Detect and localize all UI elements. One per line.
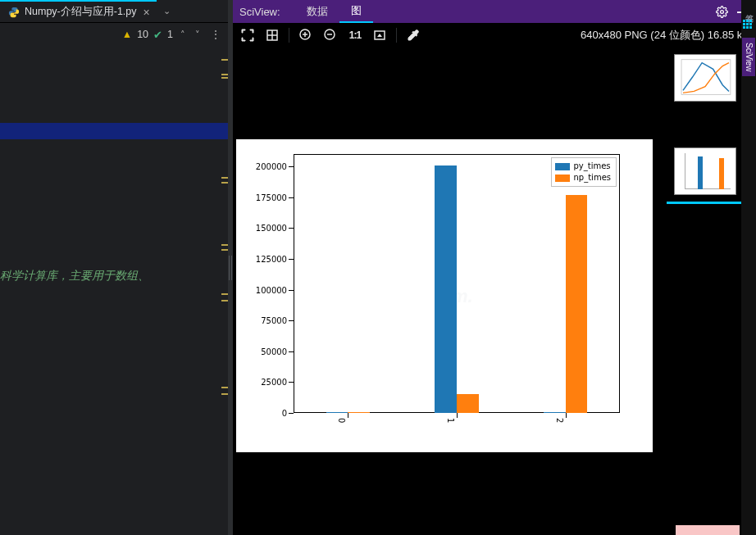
editor-inspection-bar: ▲ 10 ✔ 1 ˄ ˅ ⋮ xyxy=(0,23,228,46)
legend-label: py_times xyxy=(574,161,611,172)
legend-label: np_times xyxy=(574,172,612,184)
prev-problem-button[interactable]: ˄ xyxy=(178,29,188,40)
warning-icon: ▲ xyxy=(122,29,132,40)
y-tick xyxy=(289,166,294,167)
bar xyxy=(457,394,479,413)
y-tick-label: 150000 xyxy=(256,224,287,233)
y-tick xyxy=(289,197,294,198)
plot-thumbnail-row: × xyxy=(671,141,753,202)
sciview-title: SciView: xyxy=(239,6,280,18)
next-problem-button[interactable]: ˅ xyxy=(193,29,203,40)
x-tick-label: 2 xyxy=(555,418,564,423)
close-icon[interactable]: × xyxy=(143,7,150,18)
plot-legend: py_times np_times xyxy=(551,157,617,187)
y-tick xyxy=(289,290,294,291)
plot-thumbnail[interactable] xyxy=(674,147,736,195)
svg-point-0 xyxy=(720,10,723,13)
y-tick-label: 100000 xyxy=(256,285,287,294)
rail-sciview-button[interactable]: SciView xyxy=(742,38,755,76)
bar xyxy=(348,412,370,413)
x-tick-label: 0 xyxy=(337,418,346,423)
code-comment-text: 科学计算库，主要用于数组、 xyxy=(0,269,149,283)
color-picker-icon[interactable] xyxy=(403,25,423,45)
image-status-text: 640x480 PNG (24 位颜色) 16.85 kB xyxy=(581,28,749,43)
y-tick-label: 125000 xyxy=(256,254,287,263)
actual-size-button[interactable]: 1:1 xyxy=(345,25,365,45)
y-tick-label: 75000 xyxy=(261,316,287,325)
y-tick xyxy=(289,259,294,260)
tab-list-dropdown[interactable]: ⌄ xyxy=(157,6,177,16)
sciview-rail-icon[interactable] xyxy=(743,20,754,31)
bar xyxy=(435,165,457,413)
y-tick xyxy=(289,413,294,414)
editor-tab-bar: Numpy-介绍与应用-1.py × ⌄ xyxy=(0,0,228,23)
ok-count: 1 xyxy=(167,29,173,40)
y-tick-label: 175000 xyxy=(256,193,287,202)
more-icon[interactable]: ⋮ xyxy=(207,28,223,41)
bar xyxy=(544,412,566,413)
y-tick-label: 0 xyxy=(282,409,287,418)
tab-data[interactable]: 数据 xyxy=(295,0,339,23)
python-file-icon xyxy=(8,7,20,18)
sciview-pane: SciView: 数据 图 — 1:1 640x480 PNG (24 位颜色 xyxy=(233,0,756,535)
fit-to-screen-icon[interactable] xyxy=(238,25,257,45)
rail-bookmarks-button[interactable]: 书签 xyxy=(742,3,755,13)
x-tick xyxy=(566,413,567,418)
plot-thumbnail[interactable] xyxy=(674,54,736,102)
y-tick xyxy=(289,320,294,321)
plot-thumbnail-list: × × xyxy=(671,48,753,202)
zoom-out-icon[interactable] xyxy=(321,25,340,45)
main-plot[interactable]: om. py_times np_times 025000500007500010… xyxy=(236,139,653,452)
current-line-highlight xyxy=(0,123,228,139)
x-tick-label: 1 xyxy=(446,418,455,423)
y-tick-label: 25000 xyxy=(261,378,287,387)
bar xyxy=(326,412,348,413)
tab-plots[interactable]: 图 xyxy=(339,0,373,23)
y-tick xyxy=(289,228,294,229)
warning-count: 10 xyxy=(137,29,148,40)
plot-thumbnail-row: × xyxy=(671,48,753,108)
y-tick-label: 200000 xyxy=(256,162,287,171)
editor-pane: Numpy-介绍与应用-1.py × ⌄ ▲ 10 ✔ 1 ˄ ˅ ⋮ 科学计算… xyxy=(0,0,228,535)
editor-tab-filename: Numpy-介绍与应用-1.py xyxy=(25,5,137,19)
grid-icon[interactable] xyxy=(262,25,282,45)
y-tick xyxy=(289,351,294,352)
y-tick xyxy=(289,382,294,383)
partial-thumbnail xyxy=(676,525,740,535)
sciview-toolbar: 1:1 640x480 PNG (24 位颜色) 16.85 kB xyxy=(233,23,756,48)
fit-window-icon[interactable] xyxy=(370,25,389,45)
sciview-header: SciView: 数据 图 — xyxy=(233,0,756,23)
x-tick xyxy=(348,413,348,418)
code-area[interactable]: 科学计算库，主要用于数组、 xyxy=(0,49,228,535)
checkmark-icon: ✔ xyxy=(153,29,162,41)
bar xyxy=(566,195,588,413)
editor-tab[interactable]: Numpy-介绍与应用-1.py × xyxy=(0,0,157,22)
right-tool-rail: 书签 SciView xyxy=(741,0,756,535)
error-stripe-gutter[interactable] xyxy=(220,49,228,508)
y-tick-label: 50000 xyxy=(261,347,287,356)
gear-icon[interactable] xyxy=(710,6,733,18)
zoom-in-icon[interactable] xyxy=(296,25,316,45)
sciview-body: × × om. py_times np_times xyxy=(233,48,756,535)
x-tick xyxy=(457,413,458,418)
